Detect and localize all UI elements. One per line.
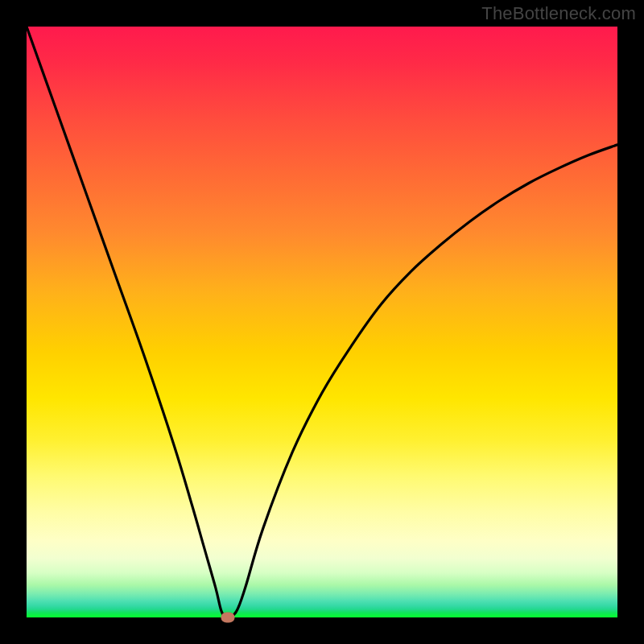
plot-area bbox=[27, 27, 617, 617]
curve-svg bbox=[27, 27, 617, 617]
chart-frame: TheBottleneck.com bbox=[0, 0, 644, 644]
minimum-marker bbox=[221, 613, 234, 623]
bottleneck-curve-path bbox=[27, 27, 617, 617]
watermark-text: TheBottleneck.com bbox=[481, 3, 636, 24]
